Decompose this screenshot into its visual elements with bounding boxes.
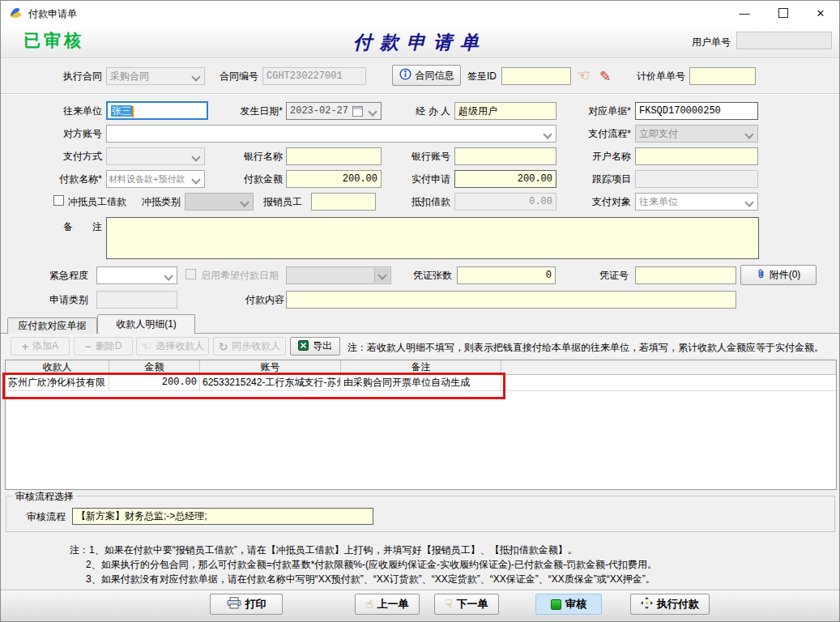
sync-icon: ↻ [219, 340, 228, 353]
chevron-down-icon [191, 175, 200, 184]
chevron-down-icon [240, 198, 249, 207]
pay-target-label: 支付对象 [573, 196, 631, 208]
approval-group-title: 审核流程选择 [12, 490, 77, 504]
maximize-button[interactable] [765, 1, 802, 25]
exec-pay-icon [641, 597, 653, 611]
pay-amount-label: 付款金额 [211, 173, 283, 185]
close-icon: ✕ [817, 7, 825, 19]
tab-payee-detail[interactable]: 收款人明细(1) [97, 314, 195, 334]
urgency-select[interactable] [96, 266, 177, 284]
next-doc-button[interactable]: ☟ 下一单 [434, 594, 499, 615]
print-button[interactable]: 打印 [210, 594, 283, 615]
add-label: 添加A [32, 339, 58, 353]
ref-doc-input[interactable] [635, 102, 758, 120]
col-header-payee: 收款人 [6, 360, 109, 374]
minimize-button[interactable]: — [726, 1, 763, 25]
reimburse-emp-input[interactable] [311, 193, 376, 211]
window-title: 付款申请单 [28, 7, 77, 21]
titlebar: 付款申请单 — ✕ [1, 1, 839, 26]
minimize-icon: — [740, 7, 750, 19]
table-header-row: 收款人 金额 账号 备注 [6, 360, 836, 375]
footer-bar: 打印 ☝ 上一单 ☟ 下一单 审核 执行付款 [1, 590, 839, 622]
prev-doc-button[interactable]: ☝ 上一单 [355, 594, 420, 615]
pay-flow-label: 支付流程* [573, 128, 631, 140]
offset-loan-checkbox[interactable] [53, 195, 64, 206]
close-button[interactable]: ✕ [802, 1, 839, 25]
opp-account-label: 对方账号 [31, 128, 102, 140]
wish-date-checkbox [185, 269, 196, 279]
prev-doc-label: 上一单 [377, 597, 409, 611]
approval-flow-input[interactable] [72, 508, 373, 525]
exec-pay-button[interactable]: 执行付款 [630, 594, 710, 615]
payee-table: 收款人 金额 账号 备注 苏州广欣净化科技有限 200.00 625332152… [5, 360, 837, 490]
next-doc-label: 下一单 [457, 597, 488, 611]
pricing-no-input[interactable] [689, 67, 756, 85]
dropdown-arrow-box [374, 268, 390, 283]
occur-date-label: 发生日期* [211, 105, 283, 117]
edit-pen-icon[interactable]: ✎ [599, 68, 611, 85]
offset-type-select [185, 193, 254, 211]
col-header-amount: 金额 [109, 360, 200, 374]
apply-type-label: 申请类别 [17, 294, 88, 306]
contract-no-label: 合同编号 [187, 70, 258, 83]
pick-hand-icon[interactable]: ☜ [577, 69, 590, 81]
app-icon [9, 6, 22, 22]
chevron-down-icon [164, 271, 173, 280]
chevron-down-icon [744, 198, 753, 207]
printer-icon [227, 597, 241, 611]
pay-method-label: 支付方式 [31, 151, 102, 163]
export-button[interactable]: 导出 [290, 337, 340, 356]
chevron-down-icon [744, 130, 753, 138]
hand-select-icon: ☜ [141, 340, 151, 352]
occur-date-value: 2023-02-27 [290, 105, 348, 117]
cell-amount: 200.00 [109, 375, 200, 390]
voucher-no-input[interactable] [635, 266, 736, 284]
tab-payable-docs[interactable]: 应付款对应单据 [7, 317, 97, 334]
bank-name-input[interactable] [286, 147, 382, 165]
exec-contract-label: 执行合同 [31, 70, 102, 83]
green-square-icon [551, 599, 561, 610]
pay-content-input[interactable] [286, 291, 736, 309]
voucher-count-input[interactable] [457, 266, 556, 284]
handler-input[interactable] [454, 102, 556, 120]
pay-target-select[interactable]: 往来单位 [635, 193, 758, 211]
approve-button[interactable]: 审核 [535, 594, 602, 615]
pay-name-label: 付款名称* [25, 173, 102, 185]
maximize-icon [778, 8, 788, 18]
attachment-label: 附件(0) [770, 268, 801, 282]
delete-button: −删除D [74, 337, 133, 356]
sync-payee-label: 同步收款人 [232, 339, 280, 353]
chevron-down-icon [377, 271, 386, 279]
cell-payee: 苏州广欣净化科技有限 [6, 375, 109, 390]
track-project-label: 跟踪项目 [573, 173, 631, 185]
cell-remark: 由采购合同开票单位自动生成 [341, 375, 501, 390]
hand-down-icon: ☟ [445, 599, 452, 611]
bank-account-input[interactable] [454, 147, 556, 165]
col-header-filler [501, 360, 836, 374]
account-name-label: 开户名称 [573, 151, 631, 163]
apply-type-field [96, 291, 177, 309]
occur-date-picker: 2023-02-27 [286, 102, 382, 120]
wish-date-select [286, 266, 391, 284]
voucher-no-label: 凭证号 [570, 270, 629, 282]
actual-pay-input[interactable] [454, 170, 556, 188]
note-line-2: 2、如果执行的分包合同，那么可付款金额=付款基数*付款限额%-(应收履约保证金-… [86, 559, 831, 571]
opp-account-select[interactable] [106, 125, 556, 143]
approval-flow-label: 审核流程 [17, 511, 66, 523]
sign-id-input[interactable] [501, 67, 571, 85]
counterparty-input[interactable]: 张三 [106, 101, 208, 120]
table-row[interactable]: 苏州广欣净化科技有限 200.00 62533215242-工行东城支行-苏州 … [6, 375, 836, 391]
wish-date-label: 启用希望付款日期 [201, 270, 282, 282]
add-button: +添加A [11, 337, 70, 356]
plus-icon: + [22, 340, 28, 353]
account-name-input[interactable] [635, 147, 758, 165]
pay-amount-input[interactable] [286, 170, 382, 188]
bank-name-label: 银行名称 [211, 151, 283, 163]
counterparty-value: 张三 [111, 105, 132, 117]
remark-textarea[interactable] [106, 217, 759, 259]
note-line-3: 3、如果付款没有对应付款单据，请在付款名称中写明“XX预付款”、“XX订货款”、… [86, 573, 831, 586]
chevron-down-icon [191, 152, 200, 161]
user-doc-no-label: 用户单号 [692, 36, 731, 49]
pay-flow-value: 立即支付 [639, 128, 678, 139]
attachment-button[interactable]: 附件(0) [740, 265, 817, 285]
